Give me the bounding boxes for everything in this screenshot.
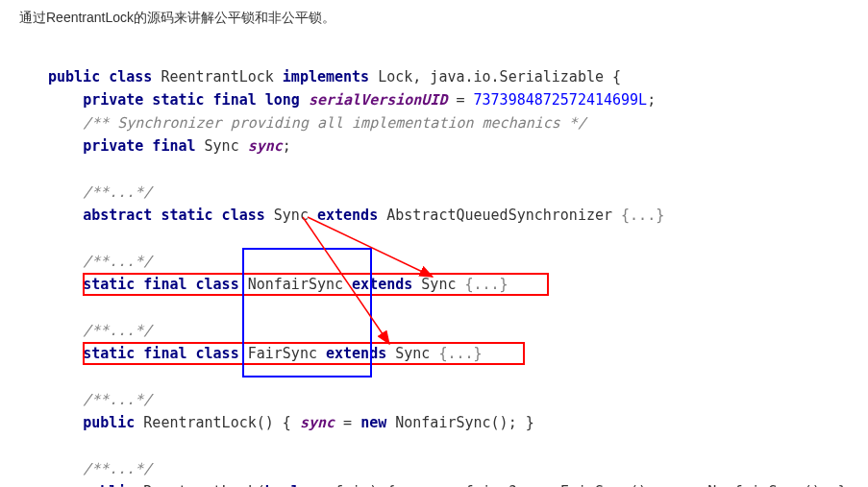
comment: /**...*/ [83, 183, 152, 201]
field: serialVersionUID [309, 91, 448, 109]
field: sync [248, 137, 283, 155]
call: FairSync() : [552, 483, 673, 487]
constructor: ReentrantLock() [143, 414, 273, 431]
call: NonfairSync(); } [699, 483, 847, 487]
superclass: Sync [395, 345, 430, 362]
field: sync [300, 414, 335, 431]
brace: { [274, 414, 300, 431]
comment: /**...*/ [83, 322, 152, 339]
superclass: AbstractQueuedSynchronizer [386, 207, 612, 224]
comment: /**...*/ [83, 391, 152, 408]
fold-marker: {...} [465, 276, 508, 293]
keyword: public class [48, 68, 152, 85]
comment: /**...*/ [83, 253, 152, 270]
param: fair) [326, 483, 378, 487]
equals: = [447, 91, 473, 109]
keyword: implements [283, 68, 369, 85]
keyword: public [83, 414, 135, 431]
svg-line-1 [308, 217, 433, 277]
semicolon: ; [283, 137, 291, 155]
class-name: NonfairSync [248, 276, 343, 293]
superclass: Sync [421, 276, 456, 293]
keyword: public [83, 483, 135, 487]
class-name: Sync [274, 207, 309, 224]
call: NonfairSync(); } [386, 414, 534, 431]
ternary: = fair ? [438, 483, 525, 487]
code-block: public class ReentrantLock implements Lo… [48, 65, 849, 487]
brace: { [378, 483, 404, 487]
intro-text: 通过ReentrantLock的源码来讲解公平锁和非公平锁。 [19, 10, 849, 27]
semicolon: ; [647, 91, 656, 109]
keyword: new [673, 483, 699, 487]
keyword: static final class [83, 276, 239, 293]
type: Sync [205, 137, 239, 155]
field: sync [404, 483, 438, 487]
constructor: ReentrantLock( [143, 483, 264, 487]
class-name: ReentrantLock [161, 68, 273, 85]
fold-marker: {...} [621, 207, 664, 224]
class-name: FairSync [248, 345, 317, 362]
fold-marker: {...} [438, 345, 482, 362]
keyword: new [526, 483, 552, 487]
keyword: extends [317, 207, 378, 224]
keyword: private static final long [83, 91, 300, 109]
keyword: private final [83, 137, 195, 155]
equals: = [335, 414, 360, 431]
keyword: abstract static class [83, 207, 265, 224]
keyword: static final class [83, 345, 239, 362]
keyword: extends [352, 276, 412, 293]
keyword: new [360, 414, 386, 431]
implements-list: Lock, java.io.Serializable { [378, 68, 621, 85]
keyword: boolean [265, 483, 326, 487]
number: 7373984872572414699L [474, 91, 648, 109]
comment: /**...*/ [83, 460, 152, 477]
keyword: extends [326, 345, 386, 362]
comment: /** Synchronizer providing all implement… [83, 114, 586, 132]
